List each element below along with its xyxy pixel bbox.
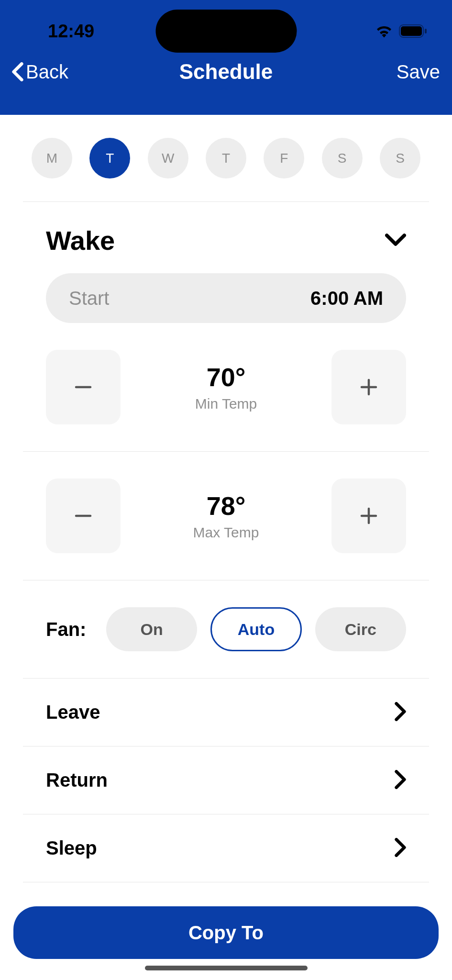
period-row-sleep[interactable]: Sleep [23,814,429,882]
copy-to-button[interactable]: Copy To [13,906,439,959]
back-label: Back [26,61,68,83]
chevron-right-icon [395,702,406,723]
day-pill-sun[interactable]: S [380,138,420,178]
footer: Copy To [0,893,452,980]
max-temp-label: Max Temp [193,524,259,541]
day-pill-thu[interactable]: T [206,138,246,178]
fan-options: On Auto Circ [106,607,406,651]
start-row[interactable]: Start 6:00 AM [46,273,406,323]
content: M T W T F S S Wake Start 6:00 AM 70° Min… [0,115,452,882]
period-label-return: Return [46,769,108,791]
start-value: 6:00 AM [310,288,383,309]
period-label-leave: Leave [46,702,100,723]
max-temp-block: 78° Max Temp [23,452,429,580]
day-pill-fri[interactable]: F [264,138,304,178]
wake-header[interactable]: Wake [23,225,429,256]
wifi-icon [375,24,393,38]
back-button[interactable]: Back [12,61,68,83]
chevron-right-icon [395,838,406,859]
day-pill-tue[interactable]: T [89,138,130,178]
max-temp-value: 78° [193,491,259,521]
wake-title: Wake [46,225,115,256]
battery-icon [398,24,428,38]
start-label: Start [69,288,109,309]
nav-bar: Back Schedule Save [0,48,452,96]
chevron-down-icon [385,234,406,248]
min-temp-increase-button[interactable] [331,350,406,424]
min-temp-decrease-button[interactable] [46,350,121,424]
home-indicator[interactable] [145,966,308,970]
min-temp-value: 70° [195,362,257,392]
wake-section: Wake Start 6:00 AM 70° Min Temp [23,202,429,882]
period-row-return[interactable]: Return [23,746,429,814]
fan-option-circ[interactable]: Circ [315,607,406,651]
page-title: Schedule [179,60,273,84]
period-row-leave[interactable]: Leave [23,679,429,746]
save-button[interactable]: Save [397,61,440,83]
day-pill-mon[interactable]: M [32,138,72,178]
day-selector: M T W T F S S [23,115,429,202]
max-temp-increase-button[interactable] [331,479,406,553]
min-temp-block: 70° Min Temp [23,323,429,452]
status-time: 12:49 [48,21,94,42]
chevron-right-icon [395,770,406,791]
day-pill-wed[interactable]: W [148,138,188,178]
status-right [375,24,428,38]
min-temp-display: 70° Min Temp [195,362,257,412]
svg-rect-1 [401,26,422,36]
status-bar: 12:49 [0,0,452,48]
max-temp-display: 78° Max Temp [193,491,259,541]
min-temp-label: Min Temp [195,396,257,412]
period-label-sleep: Sleep [46,837,97,859]
day-pill-sat[interactable]: S [322,138,363,178]
header: 12:49 Back Schedule Save [0,0,452,115]
notch [155,10,297,53]
fan-option-auto[interactable]: Auto [210,607,301,651]
svg-rect-2 [425,29,427,33]
max-temp-decrease-button[interactable] [46,479,121,553]
fan-option-on[interactable]: On [106,607,197,651]
fan-row: Fan: On Auto Circ [23,580,429,679]
fan-label: Fan: [46,619,89,640]
